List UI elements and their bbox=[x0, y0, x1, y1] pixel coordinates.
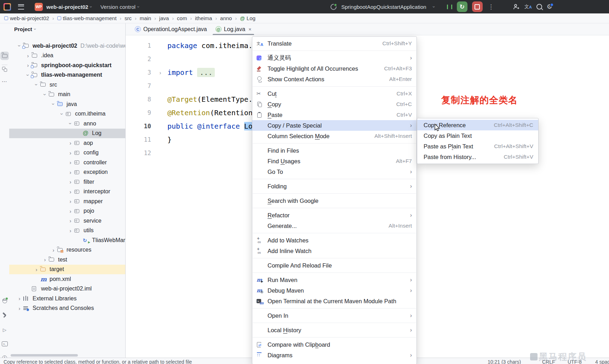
tree-item-java[interactable]: java bbox=[9, 99, 125, 109]
breadcrumb-item-java[interactable]: java bbox=[159, 15, 170, 21]
tree-item-external-libraries[interactable]: External Libraries bbox=[9, 294, 125, 304]
menu-item-go-to[interactable]: Go To bbox=[252, 166, 416, 177]
tree-item-aop[interactable]: aop bbox=[9, 138, 125, 148]
breadcrumb-item-com[interactable]: com bbox=[176, 15, 188, 21]
debug-tool-window-icon[interactable] bbox=[0, 298, 9, 303]
chevron-down-icon[interactable] bbox=[33, 82, 40, 88]
chevron-right-icon[interactable] bbox=[67, 169, 74, 175]
submenu-item-paste-from-history[interactable]: Paste from History...Ctrl+Shift+V bbox=[417, 152, 538, 162]
tree-item-config[interactable]: config bbox=[9, 148, 125, 158]
tree-item-mapper[interactable]: mapper bbox=[9, 196, 125, 206]
fold-arrow-icon[interactable]: › bbox=[153, 70, 167, 76]
tree-item-filter[interactable]: filter bbox=[9, 177, 125, 187]
tree-item-com-itheima[interactable]: com.itheima bbox=[9, 109, 125, 119]
breadcrumb-item-src[interactable]: src bbox=[124, 15, 132, 21]
tree-item-test[interactable]: test bbox=[9, 255, 125, 265]
menu-item-copy[interactable]: CopyCtrl+C bbox=[252, 99, 416, 110]
tree-item-target[interactable]: target bbox=[9, 265, 125, 275]
build-tool-window-icon[interactable] bbox=[0, 312, 9, 318]
tree-item-resources[interactable]: resources bbox=[9, 245, 125, 255]
menu-item-find-usages[interactable]: Find UsagesAlt+F7 bbox=[252, 156, 416, 166]
chevron-right-icon[interactable] bbox=[50, 247, 57, 253]
breadcrumb-item-itheima[interactable]: itheima bbox=[194, 15, 213, 21]
tree-item-interceptor[interactable]: interceptor bbox=[9, 187, 125, 197]
tree-item-anno[interactable]: anno bbox=[9, 119, 125, 129]
menu-item-open-in[interactable]: Open In bbox=[252, 310, 416, 321]
caret-position-widget[interactable]: 10:21 (3 chars) bbox=[488, 359, 521, 364]
more-actions-icon[interactable] bbox=[487, 3, 495, 11]
chevron-right-icon[interactable] bbox=[24, 53, 32, 59]
project-badge[interactable]: WP bbox=[35, 3, 43, 11]
tab-log-java[interactable]: Log.java bbox=[211, 23, 256, 35]
menu-item-copy-paste-special[interactable]: Copy / Paste Special bbox=[252, 120, 416, 131]
menu-item-find-in-files[interactable]: Find in Files bbox=[252, 145, 416, 156]
indent-widget[interactable]: 4 spaces bbox=[595, 359, 609, 364]
breadcrumb-item-main[interactable]: main bbox=[139, 15, 152, 21]
chevron-right-icon[interactable] bbox=[67, 228, 74, 234]
resume-pause-icon[interactable] bbox=[447, 5, 452, 9]
chevron-down-icon[interactable] bbox=[50, 101, 57, 107]
menu-item-diagrams[interactable]: Diagrams bbox=[252, 350, 416, 360]
menu-item-run-maven[interactable]: Run Maven bbox=[252, 275, 416, 285]
breadcrumb-item-web-ai-project02[interactable]: web-ai-project02 bbox=[4, 15, 50, 21]
chevron-down-icon[interactable] bbox=[67, 121, 74, 127]
code-with-me-icon[interactable] bbox=[513, 4, 520, 10]
tree-item-pom-xml[interactable]: pom.xml bbox=[9, 274, 125, 284]
chevron-right-icon[interactable] bbox=[33, 266, 40, 272]
breadcrumb-item-log[interactable]: Log bbox=[239, 15, 256, 21]
menu-item-refactor[interactable]: Refactor bbox=[252, 210, 416, 221]
chevron-right-icon[interactable] bbox=[16, 305, 23, 311]
search-icon[interactable] bbox=[536, 4, 542, 10]
close-icon[interactable] bbox=[248, 27, 251, 32]
horizontal-scrollbar[interactable] bbox=[11, 354, 78, 357]
project-name-button[interactable]: web-ai-project02 bbox=[46, 4, 88, 10]
menu-item-open-terminal-at-the-current-maven-module-path[interactable]: Open Terminal at the Current Maven Modul… bbox=[252, 296, 416, 306]
menu-item-item[interactable]: 通义灵码 bbox=[252, 53, 416, 63]
menu-item-folding[interactable]: Folding bbox=[252, 181, 416, 192]
breadcrumb-item-tlias-web-management[interactable]: tlias-web-management bbox=[57, 15, 117, 21]
menu-item-compare-with-clipboard[interactable]: Compare with Clipboard bbox=[252, 339, 416, 350]
menu-item-compile-and-reload-file[interactable]: Compile And Reload File bbox=[252, 260, 416, 271]
main-menu-hamburger-icon[interactable] bbox=[18, 4, 24, 10]
chevron-right-icon[interactable] bbox=[67, 150, 74, 156]
tab-operationlogaspect-java[interactable]: OperationLogAspect.java bbox=[131, 23, 211, 35]
tree-item-service[interactable]: service bbox=[9, 216, 125, 226]
tree-item-springboot-aop-quickstart[interactable]: springboot-aop-quickstart bbox=[9, 60, 125, 70]
menu-item-column-selection-mode[interactable]: Column Selection ModeAlt+Shift+Insert bbox=[252, 131, 416, 141]
tree-item-pojo[interactable]: pojo bbox=[9, 206, 125, 216]
chevron-right-icon[interactable] bbox=[41, 257, 49, 263]
tree-item-main[interactable]: main bbox=[9, 90, 125, 100]
menu-item-toggle-highlight-of-all-occurrences[interactable]: Toggle Highlight of All OccurrencesCtrl+… bbox=[252, 63, 416, 74]
chevron-right-icon[interactable] bbox=[67, 218, 74, 224]
more-tool-windows-icon[interactable] bbox=[0, 79, 9, 84]
services-tool-window-icon[interactable] bbox=[0, 327, 9, 333]
tree-item-utils[interactable]: utils bbox=[9, 226, 125, 236]
chevron-right-icon[interactable] bbox=[67, 208, 74, 214]
translate-icon[interactable]: 文A bbox=[524, 4, 532, 10]
tree-item-scratches-and-consoles[interactable]: Scratches and Consoles bbox=[9, 304, 125, 313]
menu-item-generate[interactable]: Generate...Alt+Insert bbox=[252, 221, 416, 231]
menu-item-add-to-watches[interactable]: Add to Watches bbox=[252, 235, 416, 246]
chevron-right-icon[interactable] bbox=[67, 140, 74, 146]
tree-item-web-ai-project02[interactable]: web-ai-project02D:\web-ai-code\we bbox=[9, 41, 125, 51]
structure-tool-window-icon[interactable] bbox=[0, 69, 9, 70]
menu-item-paste[interactable]: PasteCtrl+V bbox=[252, 110, 416, 120]
menu-item-translate[interactable]: TranslateCtrl+Shift+Y bbox=[252, 38, 416, 49]
menu-item-debug-maven[interactable]: Debug Maven bbox=[252, 285, 416, 296]
project-panel-header[interactable]: Project bbox=[14, 26, 36, 32]
chevron-down-icon[interactable] bbox=[58, 111, 66, 117]
chevron-right-icon[interactable] bbox=[16, 295, 23, 301]
tree-item-idea[interactable]: .idea bbox=[9, 51, 125, 61]
vcs-button[interactable]: Version control bbox=[100, 4, 136, 10]
menu-item-add-inline-watch[interactable]: Add Inline Watch bbox=[252, 246, 416, 256]
stop-button[interactable] bbox=[472, 1, 483, 12]
chevron-down-icon[interactable] bbox=[41, 92, 49, 98]
chevron-right-icon[interactable] bbox=[67, 189, 74, 195]
tree-item-controller[interactable]: controller bbox=[9, 158, 125, 168]
terminal-tool-window-icon[interactable] bbox=[0, 341, 9, 346]
tree-item-web-ai-project02-iml[interactable]: web-ai-project02.iml bbox=[9, 284, 125, 294]
run-config-selector[interactable]: SpringbootAopQuickstartApplication bbox=[341, 4, 426, 10]
project-tool-window-icon[interactable] bbox=[0, 52, 9, 60]
menu-item-cut[interactable]: CutCtrl+X bbox=[252, 88, 416, 99]
settings-gear-icon[interactable] bbox=[547, 4, 552, 10]
